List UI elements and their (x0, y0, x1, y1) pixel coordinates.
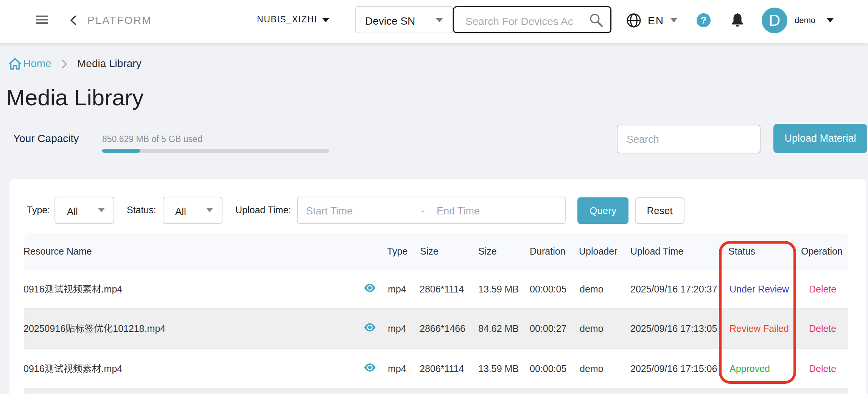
svg-text:0916: 0916 (23, 284, 45, 294)
svg-text:20250916: 20250916 (23, 323, 65, 334)
svg-text:.mp4: .mp4 (101, 363, 123, 374)
svg-text:101218.mp4: 101218.mp4 (113, 323, 165, 334)
svg-text:0916: 0916 (23, 363, 45, 374)
svg-text:.mp4: .mp4 (101, 284, 123, 294)
